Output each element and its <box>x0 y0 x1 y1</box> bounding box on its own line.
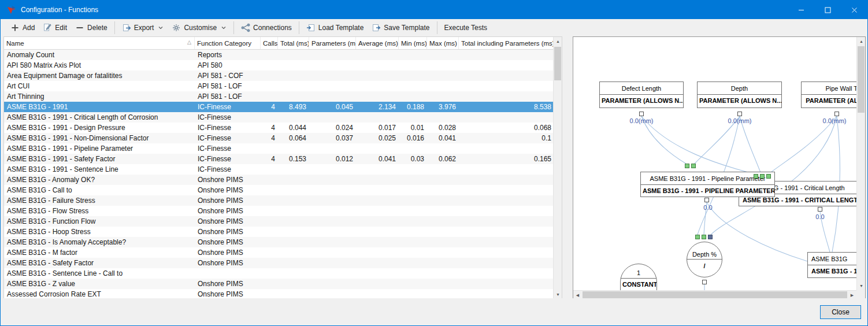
table-cell <box>356 81 399 91</box>
table-cell <box>309 50 356 60</box>
table-row[interactable]: ASME B31G - 1991 - Design PressureIC-Fin… <box>4 123 553 133</box>
table-cell <box>356 195 399 206</box>
node-subtitle: PARAMETER (ALLOWS N... <box>600 95 683 106</box>
scroll-down-arrow-icon[interactable]: ▼ <box>554 290 562 299</box>
table-row[interactable]: ASME B31G - 1991 - Critical Length of Co… <box>4 112 553 123</box>
toolbar-separator <box>299 21 299 34</box>
table-row[interactable]: Art ThinningAPI 581 - LOF <box>4 91 553 102</box>
scrollbar-thumb[interactable] <box>554 47 561 80</box>
add-button[interactable]: Add <box>6 21 39 35</box>
node-subtitle: PARAMETER (ALLOWS N... <box>698 95 781 106</box>
table-row[interactable]: ASME B31G - Anomaly OK?Onshore PIMS <box>4 175 553 185</box>
column-header-max-ms[interactable]: Max (ms) <box>427 37 459 49</box>
table-row[interactable]: ASME B31G - 1991 - Safety FactorIC-Fines… <box>4 154 553 164</box>
table-vertical-scrollbar[interactable]: ▲ ▼ <box>553 37 562 299</box>
scrollbar-thumb[interactable] <box>583 291 847 298</box>
table-row[interactable]: API 580 Matrix Axis PlotAPI 580 <box>4 60 553 71</box>
table-cell <box>278 112 309 123</box>
table-header-row: Name△Function CategoryCallsTotal (ms)Par… <box>4 37 562 50</box>
column-header-name[interactable]: Name△ <box>4 37 195 49</box>
diagram-node-depth[interactable]: DepthPARAMETER (ALLOWS N... <box>697 82 782 108</box>
diagram-node-constant-1[interactable]: 1CONSTANT <box>620 264 657 290</box>
node-title: Defect Length <box>600 82 683 95</box>
load-template-button[interactable]: Load Template <box>302 21 368 35</box>
table-cell <box>261 247 278 258</box>
table-cell <box>356 50 399 60</box>
table-cell: 0.012 <box>309 154 356 164</box>
table-cell <box>356 237 399 247</box>
diagram-node-pipe-wall-thickness[interactable]: Pipe Wall ThickPARAMETER (ALLOWS N... <box>801 82 856 108</box>
table-row[interactable]: ASME B31G - 1991 - Sentence LineIC-Fines… <box>4 164 553 175</box>
column-header-total-ms[interactable]: Total (ms) <box>278 37 309 49</box>
table-row[interactable]: ASME B31G - Hoop StressOnshore PIMS <box>4 227 553 237</box>
table-row[interactable]: ASME B31G - Is Anomaly Acceptable?Onshor… <box>4 237 553 247</box>
diagram-node-asme-b31g[interactable]: ASME B31GASME B31G - 1991 <box>807 252 856 278</box>
window-controls <box>788 1 867 19</box>
execute-tests-button[interactable]: Execute Tests <box>440 21 491 34</box>
table-row[interactable]: ASME B31G - 1991IC-Finesse48.4930.0452.1… <box>4 102 553 112</box>
table-row[interactable]: ASME B31G - 1991 - Non-Dimensional Facto… <box>4 133 553 143</box>
table-row[interactable]: ASME B31G - M factorOnshore PIMS <box>4 247 553 258</box>
delete-button[interactable]: Delete <box>71 21 112 35</box>
table-cell <box>399 247 427 258</box>
close-button[interactable]: Close <box>820 305 861 319</box>
table-cell <box>399 60 427 71</box>
diagram-horizontal-scrollbar[interactable]: ◀ ▶ <box>573 290 856 299</box>
table-cell <box>261 60 278 71</box>
column-header-calls[interactable]: Calls <box>261 37 278 49</box>
save-template-icon <box>372 23 381 32</box>
column-header-total-including-parameters-ms[interactable]: Total including Parameters (ms) <box>459 37 554 49</box>
scrollbar-thumb[interactable] <box>858 46 865 113</box>
table-cell: 0.017 <box>356 123 399 133</box>
titlebar: Configuration - Functions <box>1 1 867 19</box>
table-cell: ASME B31G - Z value <box>4 279 195 289</box>
edit-pencil-icon <box>43 23 52 32</box>
connections-button[interactable]: Connections <box>237 21 296 35</box>
table-cell <box>356 289 399 299</box>
table-row[interactable]: ASME B31G - Z valueOnshore PIMS <box>4 279 553 289</box>
column-header-function-category[interactable]: Function Category <box>195 37 261 49</box>
diagram-node-depth-percent[interactable]: Depth %/ <box>687 242 722 277</box>
table-cell: Onshore PIMS <box>195 227 261 237</box>
table-cell: 0.03 <box>399 154 427 164</box>
table-row[interactable]: ASME B31G - 1991 - Pipeline ParameterIC-… <box>4 143 553 154</box>
close-window-button[interactable] <box>841 1 867 19</box>
load-template-icon <box>306 23 316 32</box>
customise-gears-icon <box>172 23 181 32</box>
table-cell <box>261 175 278 185</box>
column-header-parameters-ms[interactable]: Parameters (ms) <box>309 37 356 49</box>
maximize-button[interactable] <box>814 1 841 19</box>
customise-button[interactable]: Customise <box>168 21 231 35</box>
table-cell <box>459 143 553 154</box>
scroll-up-arrow-icon[interactable]: ▲ <box>554 37 562 46</box>
edit-button[interactable]: Edit <box>39 21 71 35</box>
toolbar-button-label: Customise <box>184 24 217 32</box>
minimize-button[interactable] <box>788 1 814 19</box>
table-row[interactable]: ASME B31G - Safety FactorOnshore PIMS <box>4 258 553 268</box>
scroll-down-arrow-icon[interactable]: ▼ <box>857 281 866 290</box>
save-template-button[interactable]: Save Template <box>368 21 433 35</box>
column-header-average-ms[interactable]: Average (ms) <box>356 37 399 49</box>
table-cell <box>278 289 309 299</box>
table-cell: IC-Finesse <box>195 102 261 112</box>
node-subtitle: CONSTANT <box>621 279 656 290</box>
table-row[interactable]: Anomaly CountReports <box>4 50 553 60</box>
table-row[interactable]: Art CUIAPI 581 - LOF <box>4 81 553 91</box>
table-cell: 4 <box>261 154 278 164</box>
table-cell <box>309 185 356 195</box>
table-row[interactable]: Area Equipment Damage or fatalititesAPI … <box>4 71 553 81</box>
table-cell <box>261 216 278 227</box>
table-row[interactable]: Assessed Corrosion Rate EXTOnshore PIMS <box>4 289 553 299</box>
column-header-min-ms[interactable]: Min (ms) <box>399 37 427 49</box>
table-cell <box>427 279 459 289</box>
table-row[interactable]: ASME B31G - Call toOnshore PIMS <box>4 185 553 195</box>
diagram-node-defect-length[interactable]: Defect LengthPARAMETER (ALLOWS N... <box>599 82 684 108</box>
table-row[interactable]: ASME B31G - Flow StressOnshore PIMS <box>4 206 553 216</box>
table-row[interactable]: ASME B31G - Function FlowOnshore PIMS <box>4 216 553 227</box>
scroll-up-arrow-icon[interactable]: ▲ <box>857 37 866 46</box>
table-row[interactable]: ASME B31G - Sentence Line - Call to <box>4 268 553 279</box>
diagram-vertical-scrollbar[interactable]: ▲ ▼ <box>856 37 865 290</box>
export-button[interactable]: Export <box>118 21 168 35</box>
table-cell <box>261 289 278 299</box>
table-row[interactable]: ASME B31G - Failure StressOnshore PIMS <box>4 195 553 206</box>
